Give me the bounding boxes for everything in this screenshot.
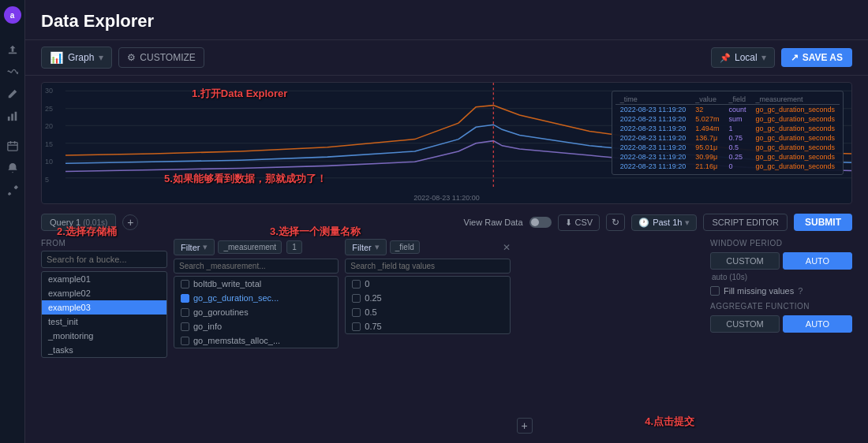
filter2-dropdown[interactable]: Filter ▾ [345, 239, 386, 255]
svg-rect-2 [11, 114, 13, 121]
field-0[interactable]: 0 [346, 277, 509, 291]
window-auto-button[interactable]: AUTO [783, 252, 852, 270]
save-as-button[interactable]: ↗ SAVE AS [781, 48, 852, 67]
from-label: FROM [41, 239, 167, 248]
filter-measurement-panel: Filter ▾ _measurement 1 boltdb_write_tot… [174, 239, 339, 437]
window-custom-button[interactable]: CUSTOM [710, 252, 780, 270]
view-raw-label: View Raw Data [464, 218, 523, 227]
add-query-button[interactable]: + [122, 214, 138, 230]
customize-label: CUSTOMIZE [140, 52, 195, 63]
measurement-search-input[interactable] [174, 259, 339, 274]
customize-button[interactable]: ⚙ CUSTOMIZE [118, 47, 204, 68]
save-icon: ↗ [791, 52, 799, 63]
svg-rect-5 [9, 141, 11, 144]
filter2-chevron: ▾ [375, 242, 380, 252]
save-as-label: SAVE AS [803, 52, 843, 63]
data-table-row: 2022-08-23 11:19:2021.16μ0go_gc_duration… [615, 162, 840, 171]
download-icon: ⬇ [565, 218, 572, 228]
page-title: Data Explorer [41, 11, 852, 32]
filter1-equals: 1 [286, 240, 302, 254]
fill-missing-row: Fill missing values ? [710, 286, 852, 296]
measurement-list: boltdb_write_total go_gc_duration_sec...… [174, 276, 339, 348]
local-label: Local [735, 52, 758, 63]
refresh-button[interactable]: ↻ [606, 214, 625, 231]
from-panel: FROM example01 example02 example03 test_… [41, 239, 167, 437]
filter-boltdb[interactable]: boltdb_write_total [174, 277, 338, 291]
graph-label: Graph [68, 52, 94, 63]
chart-area: 30 25 20 15 10 5 [41, 82, 852, 204]
filter1-header: Filter ▾ _measurement 1 [174, 239, 339, 255]
data-table-row: 2022-08-23 11:19:2095.01μ0.5go_gc_durati… [615, 143, 840, 152]
data-table-row: 2022-08-23 11:19:2032countgo_gc_duration… [615, 105, 840, 115]
bucket-monitoring[interactable]: _monitoring [42, 329, 166, 343]
field-search-input[interactable] [345, 259, 510, 274]
add-filter-button[interactable]: + [517, 418, 533, 434]
bucket-example02[interactable]: example02 [42, 286, 166, 300]
local-dropdown-icon: ▾ [761, 52, 766, 63]
bell-icon[interactable] [4, 159, 21, 177]
submit-button[interactable]: SUBMIT [794, 214, 852, 231]
view-raw-toggle[interactable] [529, 217, 552, 228]
calendar-icon[interactable] [4, 137, 21, 154]
graph-button[interactable]: 📊 Graph ▾ [41, 47, 112, 69]
toolbar: 📊 Graph ▾ ⚙ CUSTOMIZE 📌 Local ▾ ↗ SAVE A… [25, 40, 868, 76]
time-dropdown-icon: ▾ [685, 218, 690, 228]
sidebar: a [0, 0, 25, 443]
bucket-search-input[interactable] [41, 251, 167, 268]
query-tab[interactable]: Query 1 (0.01s) [41, 214, 116, 231]
filter-field-panel: Filter ▾ _field ✕ 0 0.25 [345, 239, 510, 437]
wave-icon[interactable] [4, 63, 21, 80]
filter2-tag[interactable]: _field [390, 240, 420, 254]
data-table-row: 2022-08-23 11:19:20136.7μ0.75go_gc_durat… [615, 133, 840, 143]
header: Data Explorer [25, 0, 868, 40]
data-table-row: 2022-08-23 11:19:205.027msumgo_gc_durati… [615, 114, 840, 124]
agg-custom-button[interactable]: CUSTOM [710, 315, 780, 333]
script-editor-button[interactable]: SCRIPT EDITOR [703, 214, 788, 231]
filter-go-gc[interactable]: go_gc_duration_sec... [174, 291, 338, 305]
auto-value-label: auto (10s) [710, 273, 852, 281]
local-button[interactable]: 📌 Local ▾ [711, 47, 775, 68]
filter1-tag[interactable]: _measurement [218, 240, 282, 254]
bucket-test-init[interactable]: test_init [42, 315, 166, 329]
window-mode-buttons: CUSTOM AUTO [710, 252, 852, 270]
filter1-dropdown[interactable]: Filter ▾ [174, 239, 215, 255]
edit-icon[interactable] [4, 85, 21, 102]
bucket-example03[interactable]: example03 [42, 300, 166, 315]
right-panel: WINDOW PERIOD CUSTOM AUTO auto (10s) Fil… [710, 239, 852, 437]
fill-missing-checkbox[interactable] [710, 286, 720, 296]
svg-rect-3 [14, 112, 17, 121]
aggregate-function-label: AGGREGATE FUNCTION [710, 302, 852, 311]
bucket-tasks[interactable]: _tasks [42, 343, 166, 357]
filter-go-memstats[interactable]: go_memstats_alloc_... [174, 333, 338, 348]
fill-help-icon[interactable]: ? [798, 286, 803, 296]
filter2-header: Filter ▾ _field ✕ [345, 239, 510, 255]
field-05[interactable]: 0.5 [346, 305, 509, 319]
field-075[interactable]: 0.75 [346, 319, 509, 333]
csv-button[interactable]: ⬇ CSV [558, 214, 600, 231]
fill-missing-label: Fill missing values [724, 286, 794, 296]
graph-icon: 📊 [50, 51, 63, 64]
refresh-icon: ↻ [612, 217, 619, 228]
data-overlay: _time _value _field _measurement 2022-08… [612, 91, 844, 175]
field-025[interactable]: 0.25 [346, 291, 509, 305]
svg-rect-1 [7, 117, 9, 121]
y-axis: 30 25 20 15 10 5 [42, 83, 65, 188]
graph-dropdown-icon: ▾ [99, 52, 103, 63]
agg-mode-buttons: CUSTOM AUTO [710, 315, 852, 333]
window-period-label: WINDOW PERIOD [710, 239, 852, 248]
filter-go-goroutines[interactable]: go_goroutines [174, 305, 338, 319]
avatar[interactable]: a [4, 6, 21, 24]
bucket-list: example01 example02 example03 test_init … [41, 271, 167, 358]
agg-auto-button[interactable]: AUTO [783, 315, 852, 333]
svg-rect-6 [13, 141, 15, 144]
main-content: Data Explorer 📊 Graph ▾ ⚙ CUSTOMIZE 📌 Lo… [25, 0, 868, 443]
upload-icon[interactable] [4, 41, 21, 58]
pin-icon: 📌 [720, 53, 731, 63]
bucket-example01[interactable]: example01 [42, 272, 166, 286]
filter2-close[interactable]: ✕ [503, 242, 511, 253]
wrench-icon[interactable] [4, 181, 21, 199]
time-range-button[interactable]: 🕐 Past 1h ▾ [631, 214, 697, 231]
chart-icon[interactable] [4, 107, 21, 125]
filter-go-info[interactable]: go_info [174, 319, 338, 333]
gear-icon: ⚙ [127, 52, 136, 63]
